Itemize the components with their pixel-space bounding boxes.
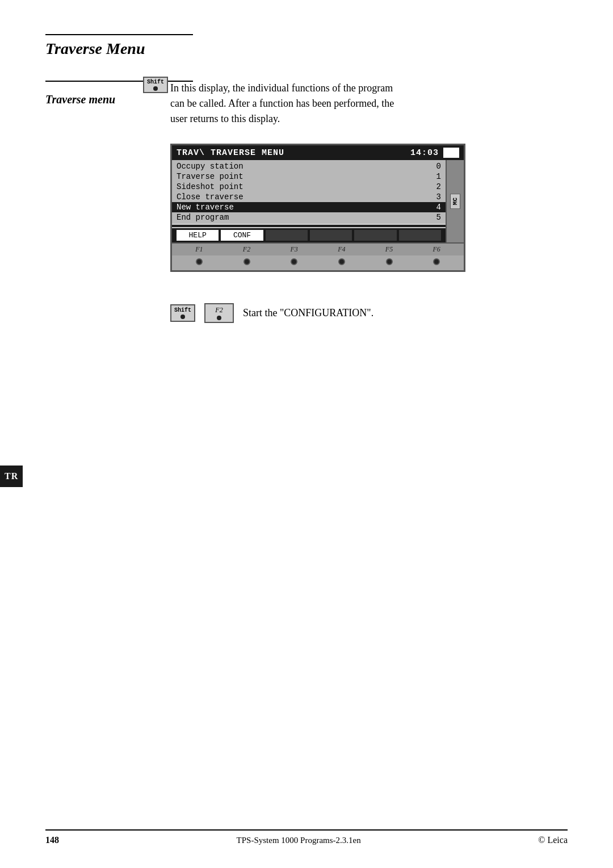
page-title: Traverse Menu bbox=[45, 40, 568, 58]
screen-time: 14:03 bbox=[410, 148, 439, 158]
fkeys-row: HELP CONF bbox=[172, 228, 446, 242]
menu-row-4: New traverse 4 bbox=[172, 202, 446, 212]
radio-dot-6 bbox=[433, 258, 440, 265]
radio-dot-4 bbox=[338, 258, 345, 265]
flabel-4: F4 bbox=[319, 245, 364, 254]
note-shift-button[interactable]: Shift bbox=[170, 304, 195, 322]
radio-5 bbox=[367, 258, 412, 268]
fkey-6 bbox=[399, 230, 441, 241]
footer-page-number: 148 bbox=[45, 835, 59, 845]
flabel-1: F1 bbox=[177, 245, 222, 254]
radio-dot-2 bbox=[243, 258, 250, 265]
screen-body: Occupy station 0 Traverse point 1 Sidesh… bbox=[172, 160, 464, 242]
fkey-5 bbox=[354, 230, 396, 241]
main-content-area: In this display, the individual function… bbox=[170, 81, 568, 323]
menu-row-3: Close traverse 3 bbox=[172, 192, 446, 202]
radio-6 bbox=[414, 258, 459, 268]
screen-display: TRAV\ TRAVERSE MENU 14:03 bbox=[170, 144, 465, 272]
radio-3 bbox=[271, 258, 317, 268]
shift-button[interactable]: Shift bbox=[143, 77, 168, 93]
sidebar-label-area: Traverse menu bbox=[45, 81, 170, 323]
fkey-4 bbox=[310, 230, 352, 241]
screen-divider bbox=[172, 225, 446, 227]
menu-row-1: Traverse point 1 bbox=[172, 171, 446, 182]
note-shift-dot bbox=[180, 315, 185, 319]
note-f2-dot bbox=[217, 316, 221, 320]
flabel-2: F2 bbox=[224, 245, 270, 254]
mc-badge-container: MC bbox=[446, 160, 464, 242]
description-text: In this display, the individual function… bbox=[170, 81, 568, 127]
radio-row bbox=[172, 255, 464, 270]
content-section: Traverse menu In this display, the indiv… bbox=[45, 81, 568, 323]
radio-1 bbox=[177, 258, 222, 268]
screen-header-title: TRAV\ TRAVERSE MENU bbox=[177, 148, 410, 158]
screen-header-block bbox=[443, 148, 459, 158]
note-description: Start the "CONFIGURATION". bbox=[243, 307, 373, 319]
radio-dot-3 bbox=[291, 258, 297, 265]
menu-row-5: End program 5 bbox=[172, 212, 446, 223]
footer-center-text: TPS-System 1000 Programs-2.3.1en bbox=[237, 836, 361, 845]
flabel-5: F5 bbox=[367, 245, 412, 254]
flabel-3: F3 bbox=[271, 245, 317, 254]
page-header: Traverse Menu bbox=[45, 34, 568, 58]
screen-left: TRAV\ TRAVERSE MENU 14:03 bbox=[170, 144, 465, 297]
footer-right-text: © Leica bbox=[538, 835, 568, 845]
screen-menu: Occupy station 0 Traverse point 1 Sidesh… bbox=[172, 160, 446, 224]
note-f2-button[interactable]: F2 bbox=[204, 303, 234, 323]
screen-wrapper: TRAV\ TRAVERSE MENU 14:03 bbox=[170, 144, 568, 297]
page: Traverse Menu Traverse menu In this disp… bbox=[0, 0, 613, 868]
menu-row-0: Occupy station 0 bbox=[172, 161, 446, 171]
section-sidebar-label: Traverse menu bbox=[45, 93, 115, 106]
fkey-2[interactable]: CONF bbox=[221, 230, 263, 241]
fkey-3 bbox=[266, 230, 308, 241]
mc-badge: MC bbox=[450, 194, 460, 209]
menu-row-2: Sideshot point 2 bbox=[172, 182, 446, 192]
radio-2 bbox=[224, 258, 270, 268]
screen-menu-main: Occupy station 0 Traverse point 1 Sidesh… bbox=[172, 160, 446, 242]
screen-header-row: TRAV\ TRAVERSE MENU 14:03 bbox=[172, 145, 464, 160]
radio-dot-5 bbox=[386, 258, 393, 265]
radio-4 bbox=[319, 258, 364, 268]
flabel-6: F6 bbox=[414, 245, 459, 254]
fkey-1[interactable]: HELP bbox=[177, 230, 219, 241]
radio-dot-1 bbox=[196, 258, 203, 265]
flabels-row: F1 F2 F3 F4 F5 F6 bbox=[172, 242, 464, 255]
tr-tab: TR bbox=[0, 466, 23, 487]
page-footer: 148 TPS-System 1000 Programs-2.3.1en © L… bbox=[45, 829, 568, 845]
shift-wrapper: Shift bbox=[143, 77, 168, 93]
header-rule bbox=[45, 34, 193, 35]
bottom-note: Shift F2 Start the "CONFIGURATION". bbox=[170, 303, 568, 323]
shift-dot bbox=[153, 86, 158, 91]
